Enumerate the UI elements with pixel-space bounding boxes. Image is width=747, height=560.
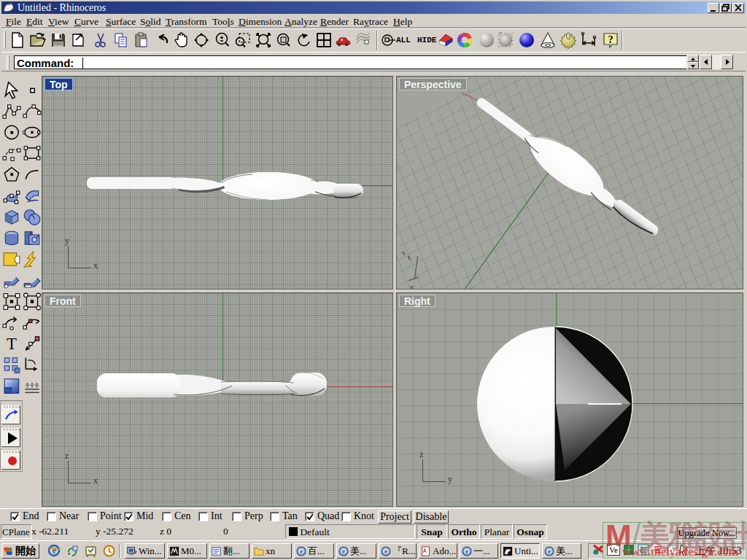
svg-text:?: ? — [608, 34, 614, 45]
svg-text:T: T — [7, 335, 17, 353]
svg-text:e: e — [53, 545, 57, 556]
svg-text:e: e — [300, 548, 303, 555]
svg-text:e: e — [384, 548, 387, 555]
svg-text:e: e — [342, 548, 345, 555]
svg-text:e: e — [548, 548, 551, 555]
svg-text:e: e — [465, 548, 468, 555]
